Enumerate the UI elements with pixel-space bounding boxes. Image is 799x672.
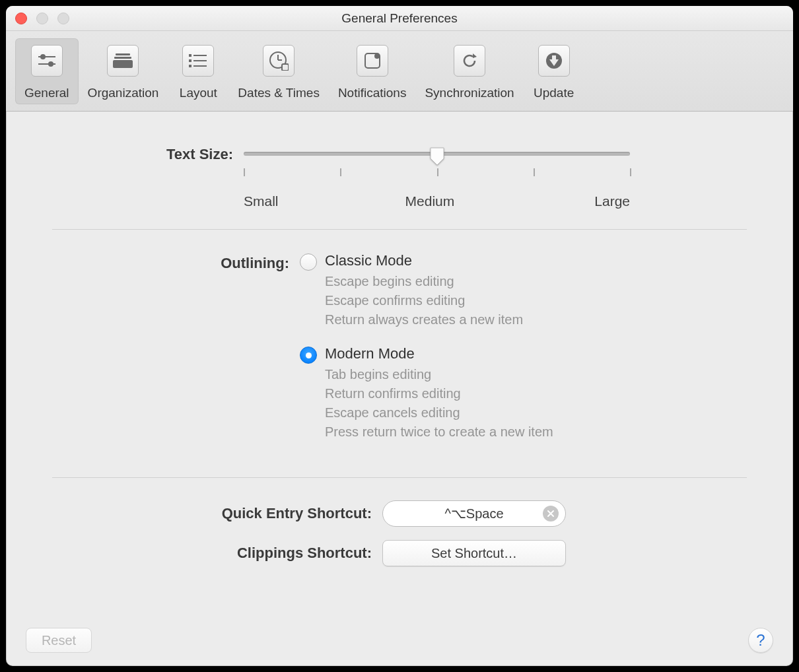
radio-button-classic[interactable] bbox=[300, 253, 317, 271]
clippings-label: Clippings Shortcut: bbox=[79, 545, 382, 562]
minimize-window-button[interactable] bbox=[36, 13, 48, 24]
svg-rect-11 bbox=[189, 65, 191, 67]
clippings-row: Clippings Shortcut: Set Shortcut… bbox=[79, 540, 720, 566]
sync-icon bbox=[454, 45, 485, 77]
svg-rect-8 bbox=[193, 55, 207, 56]
svg-rect-6 bbox=[113, 60, 133, 68]
radio-description: Tab begins editing Return confirms editi… bbox=[325, 365, 553, 442]
svg-marker-19 bbox=[473, 53, 477, 58]
quick-entry-row: Quick Entry Shortcut: ^⌥Space bbox=[79, 500, 720, 527]
slider-label-large: Large bbox=[594, 193, 630, 209]
tab-label: Update bbox=[534, 86, 574, 100]
set-clippings-shortcut-button[interactable]: Set Shortcut… bbox=[382, 540, 566, 566]
sliders-icon bbox=[31, 45, 63, 77]
tab-label: Synchronization bbox=[425, 86, 514, 100]
slider-thumb[interactable] bbox=[429, 147, 445, 165]
radio-option-classic[interactable]: Classic Mode Escape begins editing Escap… bbox=[300, 252, 720, 329]
tab-label: Layout bbox=[180, 86, 217, 100]
radio-title: Modern Mode bbox=[325, 345, 553, 362]
svg-rect-5 bbox=[114, 57, 131, 59]
slider-label-medium: Medium bbox=[405, 193, 455, 209]
radio-title: Classic Mode bbox=[325, 252, 523, 269]
download-icon bbox=[538, 45, 570, 77]
tab-organization[interactable]: Organization bbox=[79, 38, 168, 104]
tab-layout[interactable]: Layout bbox=[168, 38, 228, 104]
titlebar: General Preferences bbox=[6, 6, 793, 31]
quick-entry-label: Quick Entry Shortcut: bbox=[79, 505, 382, 522]
shortcut-value: ^⌥Space bbox=[444, 506, 503, 521]
tab-general[interactable]: General bbox=[15, 38, 79, 104]
outlining-label: Outlining: bbox=[79, 252, 300, 272]
svg-point-18 bbox=[374, 53, 380, 59]
tab-synchronization[interactable]: Synchronization bbox=[415, 38, 523, 104]
preferences-window: General Preferences General bbox=[6, 6, 793, 666]
text-size-row: Text Size: bbox=[79, 143, 720, 209]
svg-point-1 bbox=[40, 54, 46, 59]
tab-dates-times[interactable]: Dates & Times bbox=[228, 38, 329, 104]
toolbar: General Organization Layout bbox=[6, 31, 793, 112]
tab-label: General bbox=[24, 86, 69, 100]
quick-entry-shortcut-field[interactable]: ^⌥Space bbox=[382, 500, 566, 527]
svg-rect-9 bbox=[189, 59, 191, 62]
zoom-window-button[interactable] bbox=[57, 13, 69, 24]
svg-rect-4 bbox=[116, 53, 130, 55]
tab-label: Organization bbox=[88, 86, 159, 100]
svg-point-3 bbox=[48, 61, 53, 67]
close-window-button[interactable] bbox=[15, 13, 27, 24]
radio-description: Escape begins editing Escape confirms ed… bbox=[325, 272, 523, 329]
tab-label: Notifications bbox=[338, 86, 407, 100]
svg-rect-12 bbox=[193, 65, 207, 67]
help-button[interactable]: ? bbox=[748, 628, 773, 653]
notification-icon bbox=[357, 45, 388, 77]
reset-button[interactable]: Reset bbox=[26, 628, 92, 653]
clock-icon bbox=[263, 45, 295, 77]
tab-notifications[interactable]: Notifications bbox=[329, 38, 416, 104]
divider bbox=[52, 229, 747, 230]
tab-update[interactable]: Update bbox=[524, 38, 584, 104]
svg-rect-10 bbox=[193, 60, 207, 61]
svg-rect-7 bbox=[189, 54, 191, 57]
text-size-slider[interactable] bbox=[244, 150, 630, 164]
text-size-label: Text Size: bbox=[79, 143, 244, 163]
outlining-row: Outlining: Classic Mode Escape begins ed… bbox=[79, 252, 720, 457]
radio-option-modern[interactable]: Modern Mode Tab begins editing Return co… bbox=[300, 345, 720, 442]
window-controls bbox=[15, 13, 69, 24]
footer: Reset ? bbox=[6, 615, 793, 666]
slider-label-small: Small bbox=[244, 193, 279, 209]
window-title: General Preferences bbox=[341, 11, 457, 26]
list-icon bbox=[182, 45, 214, 77]
radio-button-modern[interactable] bbox=[300, 347, 317, 364]
svg-rect-16 bbox=[282, 64, 289, 71]
inbox-stack-icon bbox=[107, 45, 139, 77]
tab-label: Dates & Times bbox=[238, 86, 320, 100]
clear-shortcut-icon[interactable] bbox=[543, 506, 559, 521]
divider bbox=[52, 477, 747, 478]
